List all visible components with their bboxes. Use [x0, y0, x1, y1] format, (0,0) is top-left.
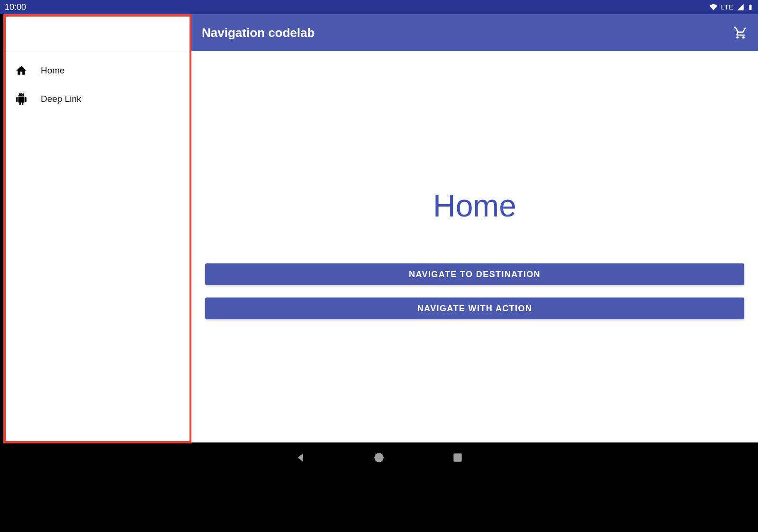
navigate-to-destination-button[interactable]: NAVIGATE TO DESTINATION — [205, 263, 744, 285]
android-icon — [14, 93, 28, 105]
navigate-with-action-button[interactable]: NAVIGATE WITH ACTION — [205, 298, 744, 319]
status-bar: 10:00 LTE — [0, 0, 758, 14]
page-title: Home — [433, 188, 516, 224]
status-time: 10:00 — [5, 2, 26, 12]
recents-button[interactable] — [451, 451, 464, 464]
app-bar: Navigation codelab — [191, 14, 758, 51]
app-bar-title: Navigation codelab — [202, 26, 315, 40]
drawer-item-label: Deep Link — [41, 94, 81, 104]
svg-point-0 — [374, 453, 384, 462]
main-content: Home NAVIGATE TO DESTINATION NAVIGATE WI… — [191, 51, 758, 442]
home-button[interactable] — [373, 451, 385, 464]
navigation-drawer: Home Deep Link — [3, 14, 192, 443]
drawer-item-deep-link[interactable]: Deep Link — [6, 85, 190, 113]
network-label: LTE — [721, 3, 733, 11]
cart-icon[interactable] — [733, 26, 748, 40]
drawer-item-label: Home — [41, 65, 65, 76]
letterbox — [0, 472, 758, 532]
svg-rect-1 — [453, 453, 461, 461]
drawer-header — [6, 17, 190, 52]
status-indicators: LTE — [709, 3, 753, 11]
home-icon — [14, 64, 28, 77]
battery-icon — [748, 3, 753, 11]
wifi-icon — [709, 3, 718, 11]
drawer-item-home[interactable]: Home — [6, 56, 190, 85]
system-navigation-bar — [0, 443, 758, 472]
back-button[interactable] — [294, 451, 307, 464]
cellular-icon — [736, 3, 745, 11]
